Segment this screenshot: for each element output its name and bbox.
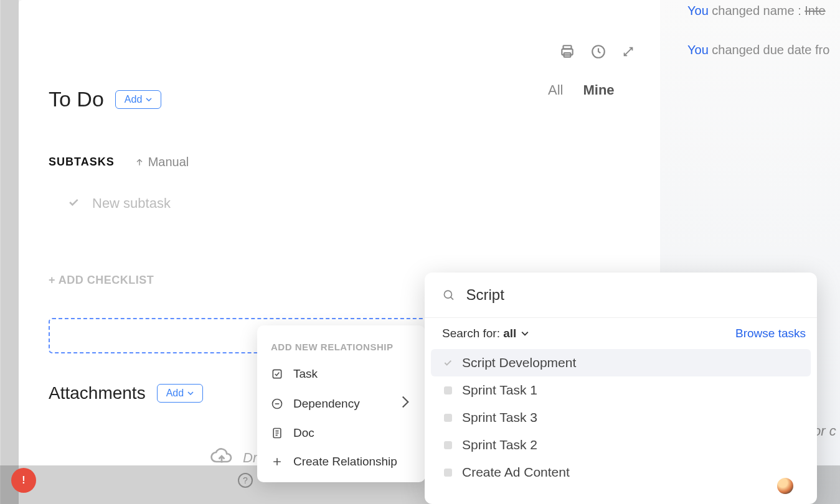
svg-point-7 (444, 291, 451, 298)
arrow-up-icon (134, 157, 144, 167)
chevron-down-icon (521, 330, 529, 337)
result-item[interactable]: Sprint Task 1 (431, 376, 811, 404)
attachments-add-label: Add (166, 388, 184, 399)
attachments-title: Attachments (49, 383, 146, 403)
help-icon[interactable]: ? (238, 473, 253, 488)
activity-text: changed due date fro (709, 43, 830, 57)
popup-item-label: Create Relationship (293, 455, 397, 469)
activity-user: You (687, 4, 709, 17)
page-title: To Do (49, 87, 104, 111)
result-label: Sprint Task 1 (462, 383, 537, 398)
search-filter[interactable]: Search for: all (442, 327, 529, 340)
add-button[interactable]: Add (115, 90, 161, 109)
dependency-icon (271, 398, 283, 410)
activity-user: You (687, 43, 709, 57)
activity-item: You changed due date fro (687, 43, 840, 57)
expand-icon[interactable] (621, 45, 635, 61)
user-avatar-badge[interactable]: ! (11, 468, 36, 493)
subtasks-header: SUBTASKS Manual (49, 155, 660, 169)
result-item[interactable]: Create Ad Content (431, 459, 811, 486)
popup-header: ADD NEW RELATIONSHIP (257, 337, 425, 360)
popup-item-label: Task (293, 367, 318, 381)
activity-tabs: All Mine (548, 82, 840, 98)
relationship-popup: ADD NEW RELATIONSHIP Task Dependency Doc… (257, 325, 425, 482)
chevron-down-icon (187, 390, 194, 396)
popup-item-task[interactable]: Task (257, 360, 425, 388)
search-meta: Search for: all Browse tasks (425, 318, 817, 349)
svg-rect-4 (273, 370, 281, 378)
popup-item-label: Dependency (293, 397, 360, 411)
status-box-icon (442, 385, 453, 396)
search-for-prefix: Search for: (442, 327, 503, 340)
check-icon (442, 357, 453, 368)
status-box-icon (442, 467, 453, 478)
result-list: Script Development Sprint Task 1 Sprint … (425, 349, 817, 486)
task-icon (271, 368, 283, 380)
add-button-label: Add (125, 94, 142, 105)
result-label: Script Development (462, 355, 576, 370)
result-item[interactable]: Script Development (431, 349, 811, 376)
search-input[interactable] (466, 286, 800, 304)
activity-old-value: Inte (805, 4, 825, 17)
search-for-value: all (503, 327, 516, 340)
history-icon[interactable] (590, 44, 606, 62)
dimmed-background (0, 0, 19, 504)
result-label: Sprint Task 2 (462, 437, 537, 452)
sort-label: Manual (148, 155, 189, 169)
activity-text: changed name : (709, 4, 805, 17)
result-label: Sprint Task 3 (462, 410, 537, 425)
popup-item-label: Doc (293, 426, 314, 440)
status-box-icon (442, 439, 453, 450)
status-box-icon (442, 412, 453, 423)
sort-toggle[interactable]: Manual (134, 155, 189, 169)
browse-tasks-link[interactable]: Browse tasks (735, 327, 806, 340)
chevron-down-icon (146, 96, 152, 103)
search-icon (442, 288, 455, 302)
popup-item-doc[interactable]: Doc (257, 419, 425, 447)
top-actions (559, 44, 635, 62)
activity-item: You changed name : Inte (687, 4, 840, 18)
result-item[interactable]: Sprint Task 2 (431, 431, 811, 459)
result-label: Create Ad Content (462, 465, 570, 480)
tab-mine[interactable]: Mine (583, 82, 614, 98)
doc-icon (271, 427, 283, 439)
plus-icon (271, 455, 283, 468)
print-icon[interactable] (559, 44, 575, 62)
popup-item-dependency[interactable]: Dependency (257, 388, 425, 419)
attachments-add-button[interactable]: Add (157, 384, 203, 403)
check-icon (67, 196, 80, 211)
subtasks-label: SUBTASKS (49, 156, 115, 169)
tab-all[interactable]: All (548, 82, 563, 98)
chevron-right-icon (399, 396, 412, 411)
search-popup: Search for: all Browse tasks Script Deve… (425, 273, 817, 504)
user-avatar[interactable] (776, 477, 795, 495)
new-subtask-row[interactable]: New subtask (67, 195, 660, 212)
search-row (425, 273, 817, 318)
result-item[interactable]: Sprint Task 3 (431, 404, 811, 431)
popup-item-create[interactable]: Create Relationship (257, 447, 425, 476)
drop-hint: Dr (243, 450, 257, 466)
new-subtask-placeholder: New subtask (92, 195, 171, 212)
